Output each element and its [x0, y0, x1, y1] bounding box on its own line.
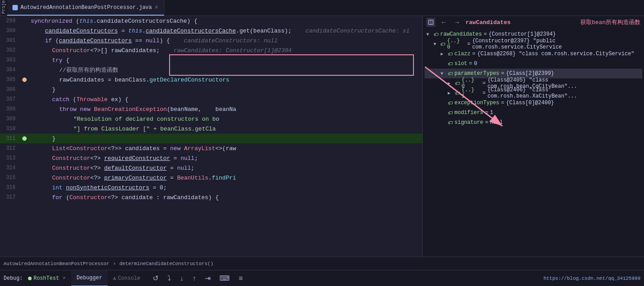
- code-line-315: 315 Constructor<?> primaryConstructor = …: [0, 173, 422, 183]
- code-content-305: rawCandidates = beanClass.getDeclaredCon…: [29, 77, 422, 83]
- line-num-299: 299: [0, 18, 20, 24]
- var-name-clazz: clazz: [454, 51, 470, 57]
- line-num-301: 301: [0, 37, 20, 44]
- line-num-315: 315: [0, 175, 20, 181]
- session-name: RoshTest: [33, 275, 59, 282]
- debug-label: Debug:: [4, 275, 23, 282]
- val-param1: {Class@2406} "class com.rosh.bean.XaCity…: [487, 87, 640, 99]
- code-content-304: //获取所有的构造函数: [29, 66, 422, 74]
- debug-pin-icon[interactable]: [426, 18, 435, 27]
- breadcrumb-class: AutowiredAnnotationBeanPostProcessor: [4, 261, 109, 266]
- code-line-309: 309 "Resolution of declared constructors…: [0, 114, 422, 124]
- tag-icon-1: 🏷: [440, 41, 445, 47]
- code-line-302: 302 Constructor<?>[] rawCandidates; rawC…: [0, 45, 422, 55]
- var-name-param1: {..} 1: [462, 87, 481, 99]
- var-name-paramtypes: parameterTypes: [454, 70, 499, 77]
- evaluate-btn[interactable]: ⌨: [218, 273, 231, 283]
- debug-item-0[interactable]: ▼ 🏷 {..} 0 = {Constructor@2397} "public …: [425, 39, 642, 49]
- code-line-310: 310 "] from ClassLoader [" + beanClass.g…: [0, 124, 422, 134]
- breadcrumb-method: determineCandidateConstructors(): [119, 261, 213, 266]
- debug-title: rawCandidates: [466, 19, 510, 26]
- session-active-dot: [28, 277, 32, 280]
- code-content-300: candidateConstructors = this.candidateCo…: [29, 28, 422, 34]
- tab-debugger-label: Debugger: [77, 275, 102, 281]
- gutter-305: [20, 78, 29, 82]
- line-num-307: 307: [0, 96, 20, 102]
- code-content-316: int nonSyntheticConstructors = 0;: [29, 184, 422, 191]
- tag-icon-clazz: 🏷: [448, 51, 453, 57]
- debug-toolbar: Debug: RoshTest × Debugger ⚠ Console ↺ ⤵…: [0, 270, 644, 286]
- var-name-exctypes: exceptionTypes: [454, 100, 499, 106]
- tab-debugger[interactable]: Debugger: [71, 270, 108, 286]
- tag-icon-signature: 🏷: [448, 120, 453, 126]
- line-num-303: 303: [0, 57, 20, 63]
- debug-fwd-btn[interactable]: →: [452, 18, 462, 27]
- var-name-0: rawCandidates: [440, 31, 482, 37]
- expand-icon-paramtypes[interactable]: ▼: [441, 71, 446, 76]
- code-content-317: for (Constructor<?> candidate : rawCandi…: [29, 194, 422, 201]
- tag-icon-param1: 🏷: [455, 90, 460, 96]
- line-num-300: 300: [0, 28, 20, 34]
- line-num-302: 302: [0, 47, 20, 53]
- debug-panel: ← → rawCandidates 获取bean所有构造函数 ▼ 🏷 rawCa…: [423, 16, 644, 257]
- debug-item-param1[interactable]: ▶ 🏷 {..} 1 = {Class@2406} "class com.ros…: [425, 88, 642, 98]
- project-sidebar: Project: [0, 0, 7, 16]
- debug-item-modifiers[interactable]: 🏷 modifiers = 1: [425, 108, 642, 118]
- expand-icon-0[interactable]: ▼: [426, 32, 432, 37]
- csdn-url: https://blog.csdn.net/qq_34125999: [543, 276, 640, 281]
- step-into-btn[interactable]: ↓: [178, 274, 185, 283]
- restart-btn[interactable]: ↺: [151, 273, 160, 283]
- debug-tree: ▼ 🏷 rawCandidates = {Constructor[1]@2394…: [423, 29, 644, 128]
- tab-console-label: Console: [118, 275, 140, 282]
- val-0: {Constructor[1]@2394}: [489, 31, 556, 37]
- run-to-cursor-btn[interactable]: ⇥: [203, 273, 212, 283]
- expand-icon-1[interactable]: ▼: [433, 42, 438, 47]
- eq-param1: =: [482, 90, 486, 96]
- breadcrumb-sep: ›: [113, 261, 116, 266]
- java-file-icon: [12, 5, 18, 10]
- code-line-303: 303 try {: [0, 55, 422, 65]
- tag-icon-0: 🏷: [433, 32, 438, 37]
- code-content-313: Constructor<?> requiredConstructor = nul…: [29, 155, 422, 162]
- expand-icon-param1[interactable]: ▶: [448, 90, 453, 96]
- tag-icon-exctypes: 🏷: [448, 100, 453, 106]
- eq-param0: =: [482, 80, 486, 86]
- tab-bar: Project AutowiredAnnotationBeanPostProce…: [0, 0, 644, 16]
- debug-item-signature[interactable]: 🏷 signature = null: [425, 118, 642, 127]
- line-num-310: 310: [0, 126, 20, 132]
- session-close[interactable]: ×: [63, 275, 66, 282]
- code-editor: 299 synchronized (this.candidateConstruc…: [0, 16, 423, 257]
- code-content-306: }: [29, 86, 422, 93]
- eq-1: =: [467, 41, 470, 47]
- debug-item-slot[interactable]: 🏷 slot = 0: [425, 59, 642, 69]
- tab-console[interactable]: ⚠ Console: [108, 270, 146, 286]
- code-content-309: "Resolution of declared constructors on …: [29, 116, 422, 123]
- arrow-311: [22, 136, 27, 141]
- code-line-305: 305 rawCandidates = beanClass.getDeclare…: [0, 75, 422, 85]
- line-num-304: 304: [0, 67, 20, 73]
- debug-item-clazz[interactable]: ▶ 🏷 clazz = {Class@2268} "class com.rosh…: [425, 49, 642, 59]
- expand-icon-param0[interactable]: ▶: [448, 81, 453, 86]
- file-tab-close[interactable]: ×: [154, 4, 158, 11]
- val-slot: 0: [474, 61, 477, 67]
- debug-item-exctypes[interactable]: 🏷 exceptionTypes = {Class[0]@2400}: [425, 98, 642, 108]
- eq-paramtypes: =: [501, 70, 504, 77]
- frames-btn[interactable]: ≡: [237, 274, 244, 283]
- eq-clazz: =: [472, 51, 475, 57]
- code-line-313: 313 Constructor<?> requiredConstructor =…: [0, 153, 422, 163]
- code-line-317: 317 for (Constructor<?> candidate : rawC…: [0, 192, 422, 202]
- debug-back-btn[interactable]: ←: [439, 18, 449, 27]
- step-out-btn[interactable]: ↑: [190, 274, 198, 283]
- expand-icon-clazz[interactable]: ▶: [441, 51, 446, 57]
- eq-modifiers: =: [485, 110, 488, 116]
- code-line-300: 300 candidateConstructors = this.candida…: [0, 26, 422, 36]
- val-modifiers: 1: [490, 110, 493, 116]
- val-paramtypes: {Class[2]@2399}: [506, 70, 554, 77]
- code-line-311: 311 }: [0, 134, 422, 143]
- eq-exctypes: =: [501, 100, 504, 106]
- code-line-314: 314 Constructor<?> defaultConstructor = …: [0, 163, 422, 173]
- file-tab-active[interactable]: AutowiredAnnotationBeanPostProcessor.jav…: [7, 0, 164, 16]
- step-over-btn[interactable]: ⤵: [166, 274, 173, 283]
- line-num-311: 311: [0, 135, 20, 142]
- code-line-304: 304 //获取所有的构造函数: [0, 65, 422, 75]
